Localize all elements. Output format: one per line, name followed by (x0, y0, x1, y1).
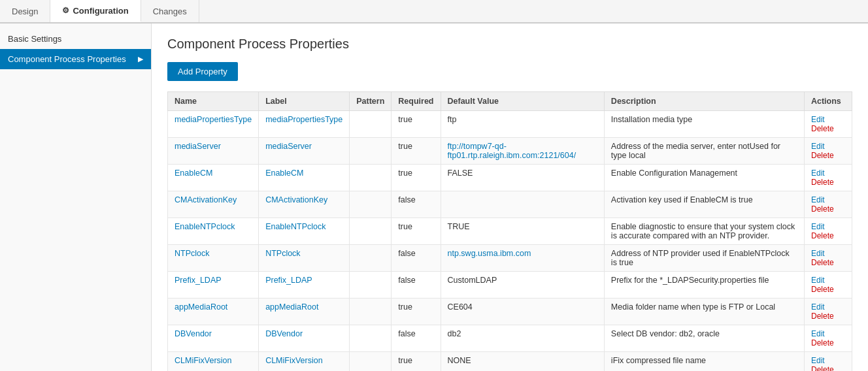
tab-design-label: Design (12, 7, 38, 16)
delete-link[interactable]: Delete (811, 151, 834, 160)
edit-link[interactable]: Edit (811, 302, 825, 312)
delete-link[interactable]: Delete (811, 231, 834, 240)
edit-link[interactable]: Edit (811, 222, 825, 231)
tab-design[interactable]: Design (0, 0, 50, 22)
cell-name: DBVendor (168, 325, 259, 352)
table-row: mediaPropertiesType mediaPropertiesType … (168, 111, 852, 138)
cell-description: Address of NTP provider used if EnableNT… (604, 245, 804, 272)
cell-actions: Edit Delete (804, 191, 852, 218)
sidebar-item-basic-settings[interactable]: Basic Settings (0, 29, 151, 49)
cell-name: EnableCM (168, 165, 259, 191)
cell-actions: Edit Delete (804, 111, 852, 138)
delete-link[interactable]: Delete (811, 312, 834, 321)
cell-pattern (350, 325, 392, 352)
name-link[interactable]: EnableNTPclock (175, 222, 235, 231)
cell-actions: Edit Delete (804, 272, 852, 298)
name-link[interactable]: NTPclock (175, 249, 209, 258)
cell-pattern (350, 138, 392, 165)
delete-link[interactable]: Delete (811, 365, 834, 371)
delete-link[interactable]: Delete (811, 204, 834, 214)
cell-description: Enable Configuration Management (604, 165, 804, 191)
cell-label: NTPclock (259, 245, 350, 272)
table-row: EnableCM EnableCM true FALSE Enable Conf… (168, 165, 852, 191)
name-link[interactable]: CLMiFixVersion (175, 356, 232, 365)
table-row: DBVendor DBVendor false db2 Select DB ve… (168, 325, 852, 352)
cell-description: Enable diagnostic to ensure that your sy… (604, 218, 804, 245)
name-link[interactable]: mediaPropertiesType (175, 115, 252, 124)
delete-link[interactable]: Delete (811, 178, 834, 187)
cell-label: CMActivationKey (259, 191, 350, 218)
cell-description: iFix compressed file name (604, 352, 804, 372)
cell-default-value: CustomLDAP (441, 272, 604, 298)
edit-link[interactable]: Edit (811, 142, 825, 151)
table-row: EnableNTPclock EnableNTPclock true TRUE … (168, 218, 852, 245)
sidebar-item-component-process-properties[interactable]: Component Process Properties ▶ (0, 49, 151, 69)
col-header-required: Required (392, 92, 441, 111)
configuration-icon: ⚙ (62, 6, 69, 15)
name-link[interactable]: CMActivationKey (175, 195, 237, 204)
cell-pattern (350, 352, 392, 372)
tab-changes[interactable]: Changes (141, 0, 199, 22)
table-row: CMActivationKey CMActivationKey false Ac… (168, 191, 852, 218)
name-link[interactable]: DBVendor (175, 329, 212, 338)
edit-link[interactable]: Edit (811, 115, 825, 124)
cell-actions: Edit Delete (804, 165, 852, 191)
add-property-button[interactable]: Add Property (167, 62, 238, 81)
tabs-bar: Design ⚙ Configuration Changes (0, 0, 868, 24)
chevron-right-icon: ▶ (138, 55, 143, 63)
edit-link[interactable]: Edit (811, 195, 825, 204)
content-area: Component Process Properties Add Propert… (152, 24, 868, 371)
edit-link[interactable]: Edit (811, 249, 825, 258)
cell-description: Address of the media server, enter notUs… (604, 138, 804, 165)
cell-name: EnableNTPclock (168, 218, 259, 245)
table-row: Prefix_LDAP Prefix_LDAP false CustomLDAP… (168, 272, 852, 298)
name-link[interactable]: appMediaRoot (175, 302, 227, 312)
name-link[interactable]: Prefix_LDAP (175, 276, 222, 285)
cell-default-value (441, 191, 604, 218)
sidebar-basic-settings-label: Basic Settings (8, 34, 61, 44)
cell-actions: Edit Delete (804, 138, 852, 165)
delete-link[interactable]: Delete (811, 285, 834, 294)
cell-required: false (392, 245, 441, 272)
cell-required: true (392, 218, 441, 245)
cell-pattern (350, 218, 392, 245)
properties-table: Name Label Pattern Required Default Valu… (167, 91, 852, 371)
delete-link[interactable]: Delete (811, 124, 834, 133)
cell-actions: Edit Delete (804, 352, 852, 372)
name-link[interactable]: EnableCM (175, 169, 212, 178)
cell-required: false (392, 191, 441, 218)
cell-required: true (392, 111, 441, 138)
sidebar-component-process-label: Component Process Properties (8, 54, 126, 64)
edit-link[interactable]: Edit (811, 329, 825, 338)
cell-name: mediaServer (168, 138, 259, 165)
cell-default-value: CE604 (441, 298, 604, 325)
cell-label: mediaServer (259, 138, 350, 165)
tab-configuration[interactable]: ⚙ Configuration (50, 0, 141, 22)
table-row: appMediaRoot appMediaRoot true CE604 Med… (168, 298, 852, 325)
cell-name: Prefix_LDAP (168, 272, 259, 298)
cell-pattern (350, 111, 392, 138)
delete-link[interactable]: Delete (811, 338, 834, 347)
edit-link[interactable]: Edit (811, 356, 825, 365)
cell-actions: Edit Delete (804, 298, 852, 325)
col-header-name: Name (168, 92, 259, 111)
edit-link[interactable]: Edit (811, 276, 825, 285)
cell-name: CLMiFixVersion (168, 352, 259, 372)
cell-pattern (350, 191, 392, 218)
cell-actions: Edit Delete (804, 245, 852, 272)
cell-label: mediaPropertiesType (259, 111, 350, 138)
cell-description: Media folder name when type is FTP or Lo… (604, 298, 804, 325)
cell-default-value: NONE (441, 352, 604, 372)
col-header-description: Description (604, 92, 804, 111)
cell-default-value: TRUE (441, 218, 604, 245)
cell-label: EnableCM (259, 165, 350, 191)
edit-link[interactable]: Edit (811, 169, 825, 178)
cell-required: true (392, 352, 441, 372)
cell-label: DBVendor (259, 325, 350, 352)
cell-description: Installation media type (604, 111, 804, 138)
name-link[interactable]: mediaServer (175, 142, 221, 151)
cell-default-value: db2 (441, 325, 604, 352)
tab-changes-label: Changes (153, 7, 187, 16)
cell-pattern (350, 165, 392, 191)
delete-link[interactable]: Delete (811, 258, 834, 267)
